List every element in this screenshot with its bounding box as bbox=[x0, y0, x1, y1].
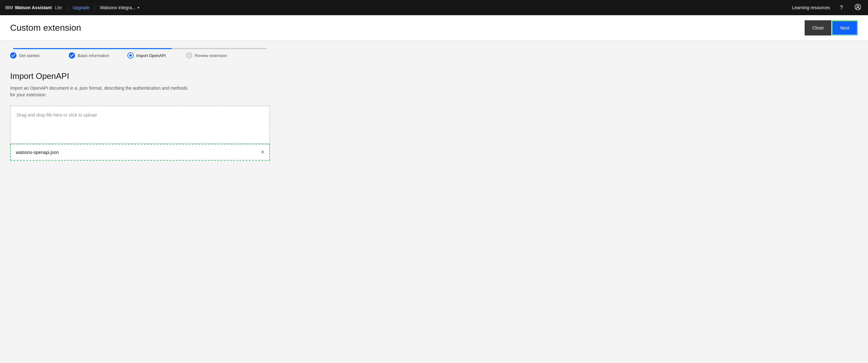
header-actions: Close Next bbox=[805, 20, 858, 35]
file-item: watsonx-openapi.json × bbox=[11, 145, 269, 160]
step-line-2 bbox=[77, 48, 140, 49]
product-label: Watson Assistant bbox=[15, 5, 52, 10]
brand: IBM Watson Assistant Lite bbox=[5, 5, 62, 10]
ibm-label: IBM bbox=[5, 5, 13, 10]
section-description: Import an OpenAPI document in a .json fo… bbox=[10, 85, 188, 98]
help-icon: ? bbox=[840, 4, 843, 11]
file-name: watsonx-openapi.json bbox=[16, 150, 59, 155]
step-import-openapi: Import OpenAPI bbox=[127, 52, 186, 59]
help-icon-button[interactable]: ? bbox=[836, 3, 846, 13]
topbar-divider-1 bbox=[67, 4, 67, 11]
project-selector[interactable]: Watsonx integra... ▾ bbox=[100, 5, 140, 10]
step-icon-basic-information bbox=[69, 52, 75, 59]
upgrade-link[interactable]: Upgrade bbox=[72, 5, 90, 10]
svg-point-1 bbox=[857, 5, 859, 7]
close-button[interactable]: Close bbox=[805, 20, 831, 35]
import-section: Import OpenAPI Import an OpenAPI documen… bbox=[10, 71, 858, 160]
step-basic-information: Basic information bbox=[69, 52, 127, 59]
tier-label: Lite bbox=[55, 5, 62, 10]
close-icon: × bbox=[261, 149, 264, 155]
step-icon-review-extension bbox=[186, 52, 192, 59]
upload-dropzone[interactable]: Drag and drop file here or click to uplo… bbox=[10, 106, 270, 144]
next-button[interactable]: Next bbox=[832, 20, 858, 35]
step-get-started: Get started bbox=[10, 52, 69, 59]
page-title: Custom extension bbox=[10, 23, 81, 33]
step-line-3 bbox=[140, 48, 204, 49]
file-drop-highlight: watsonx-openapi.json × bbox=[10, 144, 270, 160]
step-label-review-extension: Review extension bbox=[195, 53, 227, 58]
header-bar: Custom extension Close Next bbox=[0, 15, 868, 40]
file-remove-button[interactable]: × bbox=[261, 149, 264, 155]
steps-container: Get started Basic information Import Ope… bbox=[10, 40, 858, 61]
step-icon-get-started bbox=[10, 52, 17, 59]
topbar-right: Learning resources ? bbox=[792, 3, 863, 13]
topbar-divider-2 bbox=[95, 4, 95, 11]
topbar: IBM Watson Assistant Lite Upgrade Watson… bbox=[0, 0, 868, 15]
section-title: Import OpenAPI bbox=[10, 71, 858, 81]
step-review-extension: Review extension bbox=[186, 52, 245, 59]
step-line-1 bbox=[13, 48, 77, 49]
step-label-get-started: Get started bbox=[19, 53, 39, 58]
upload-placeholder: Drag and drop file here or click to uplo… bbox=[17, 113, 97, 118]
user-avatar-button[interactable] bbox=[853, 3, 863, 13]
chevron-down-icon: ▾ bbox=[137, 5, 140, 10]
step-label-basic-information: Basic information bbox=[78, 53, 109, 58]
step-icon-import-openapi bbox=[127, 52, 134, 59]
step-line-4 bbox=[204, 48, 267, 49]
main-content: Get started Basic information Import Ope… bbox=[0, 40, 868, 363]
user-icon bbox=[855, 4, 861, 12]
step-label-import-openapi: Import OpenAPI bbox=[136, 53, 166, 58]
learning-resources-link[interactable]: Learning resources bbox=[792, 5, 830, 10]
project-label: Watsonx integra... bbox=[100, 5, 135, 10]
